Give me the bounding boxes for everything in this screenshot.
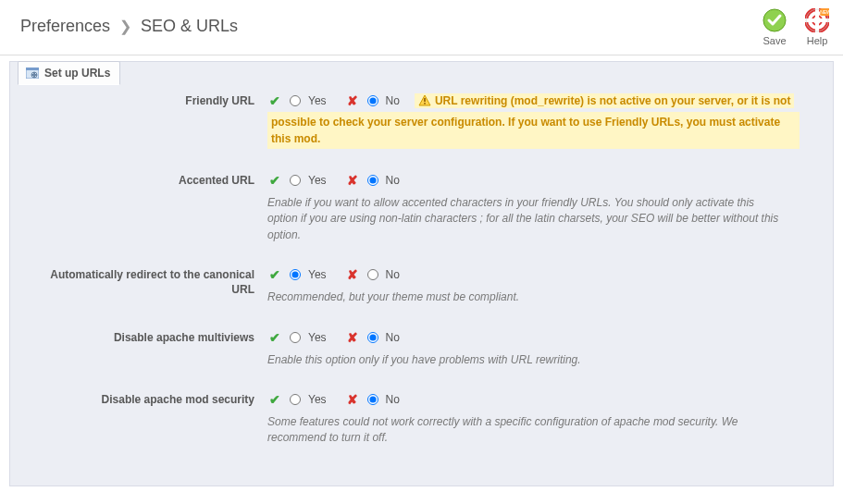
- accented-url-yes-radio[interactable]: [290, 175, 301, 186]
- help-button[interactable]: NEW Help: [804, 7, 830, 46]
- lifebuoy-icon: NEW: [804, 7, 830, 33]
- svg-rect-13: [424, 98, 426, 102]
- x-icon: ✘: [345, 173, 360, 188]
- field-label: Automatically redirect to the canonical …: [25, 267, 267, 305]
- breadcrumb-section: Preferences: [20, 17, 110, 36]
- yes-label: Yes: [308, 94, 327, 107]
- multiviews-no-radio[interactable]: [367, 332, 378, 343]
- svg-rect-14: [424, 103, 426, 104]
- breadcrumb: Preferences ❯ SEO & URLs: [20, 17, 762, 36]
- x-icon: ✘: [345, 93, 360, 108]
- field-disable-modsecurity: Disable apache mod security ✔ Yes ✘ No S…: [25, 392, 818, 447]
- modsecurity-no-radio[interactable]: [367, 394, 378, 405]
- svg-rect-12: [31, 74, 37, 76]
- warning-badge: URL rewriting (mod_rewrite) is not activ…: [415, 93, 795, 108]
- help-text: Some features could not work correctly w…: [267, 414, 786, 447]
- x-icon: ✘: [345, 392, 360, 407]
- svg-text:NEW: NEW: [820, 9, 829, 15]
- no-label: No: [386, 174, 400, 187]
- settings-panel: Set up URLs Friendly URL ✔ Yes ✘ No: [9, 61, 834, 486]
- help-text: Enable if you want to allow accented cha…: [267, 195, 786, 243]
- no-label: No: [386, 94, 400, 107]
- yes-label: Yes: [308, 331, 327, 344]
- svg-rect-9: [26, 68, 39, 70]
- check-icon: ✔: [267, 330, 282, 345]
- tab-label: Set up URLs: [44, 67, 110, 80]
- field-friendly-url: Friendly URL ✔ Yes ✘ No UR: [25, 93, 818, 149]
- save-button[interactable]: Save: [762, 7, 787, 46]
- yes-label: Yes: [308, 393, 327, 406]
- url-settings-icon: [26, 68, 39, 79]
- help-label: Help: [807, 35, 828, 46]
- canonical-no-radio[interactable]: [367, 269, 378, 280]
- chevron-right-icon: ❯: [119, 18, 131, 35]
- check-circle-icon: [762, 7, 787, 33]
- check-icon: ✔: [267, 392, 282, 407]
- header-actions: Save NEW Help: [762, 7, 830, 46]
- modsecurity-yes-radio[interactable]: [290, 394, 301, 405]
- tab-setup-urls[interactable]: Set up URLs: [18, 61, 120, 85]
- svg-rect-4: [805, 18, 829, 22]
- friendly-url-no-radio[interactable]: [367, 95, 378, 106]
- breadcrumb-page: SEO & URLs: [141, 17, 238, 36]
- check-icon: ✔: [267, 93, 282, 108]
- x-icon: ✘: [345, 267, 360, 282]
- no-label: No: [386, 268, 400, 281]
- accented-url-no-radio[interactable]: [367, 175, 378, 186]
- save-label: Save: [762, 35, 786, 46]
- yes-label: Yes: [308, 174, 327, 187]
- multiviews-yes-radio[interactable]: [290, 332, 301, 343]
- no-label: No: [386, 393, 400, 406]
- warning-text-line2: possible to check your server configurat…: [267, 112, 800, 149]
- field-label: Disable apache multiviews: [25, 330, 267, 368]
- page-header: Preferences ❯ SEO & URLs Save: [0, 0, 843, 55]
- warning-icon: [418, 94, 431, 107]
- warning-text-line1: URL rewriting (mod_rewrite) is not activ…: [435, 94, 791, 107]
- field-label: Disable apache mod security: [25, 392, 267, 447]
- field-disable-multiviews: Disable apache multiviews ✔ Yes ✘ No Ena…: [25, 330, 818, 368]
- help-text: Recommended, but your theme must be comp…: [267, 289, 786, 305]
- x-icon: ✘: [345, 330, 360, 345]
- canonical-yes-radio[interactable]: [290, 269, 301, 280]
- field-canonical-redirect: Automatically redirect to the canonical …: [25, 267, 818, 305]
- check-icon: ✔: [267, 267, 282, 282]
- no-label: No: [386, 331, 400, 344]
- field-label: Accented URL: [25, 173, 267, 243]
- yes-label: Yes: [308, 268, 327, 281]
- help-text: Enable this option only if you have prob…: [267, 352, 786, 368]
- friendly-url-yes-radio[interactable]: [290, 95, 301, 106]
- field-accented-url: Accented URL ✔ Yes ✘ No Enable if you wa…: [25, 173, 818, 243]
- field-label: Friendly URL: [25, 93, 267, 149]
- check-icon: ✔: [267, 173, 282, 188]
